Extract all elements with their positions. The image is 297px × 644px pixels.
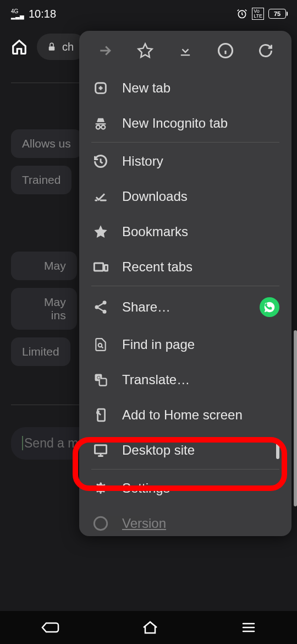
menu-label: Add to Home screen (122, 407, 243, 423)
home-button[interactable] (8, 39, 30, 55)
svg-point-9 (95, 305, 99, 309)
translate-icon: G (91, 372, 110, 388)
menu-label: History (122, 154, 163, 169)
menu-downloads[interactable]: Downloads (87, 179, 284, 214)
url-text: ch (62, 41, 74, 53)
menu-label: Bookmarks (122, 224, 188, 239)
menu-recent-tabs[interactable]: Recent tabs (87, 249, 284, 285)
add-to-home-icon (91, 408, 110, 422)
svg-point-4 (96, 125, 100, 129)
scrollbar[interactable] (294, 330, 297, 506)
suggestion-pill[interactable]: May ins (11, 288, 77, 330)
nav-home-button[interactable] (141, 620, 159, 635)
nav-back-button[interactable] (41, 620, 59, 635)
svg-text:G: G (97, 375, 101, 380)
incognito-icon (91, 116, 110, 131)
find-icon (91, 337, 110, 352)
help-icon (91, 516, 110, 531)
menu-label: Desktop site (122, 443, 195, 458)
menu-label: Recent tabs (122, 259, 193, 275)
history-icon (91, 154, 110, 169)
bookmark-star-button[interactable] (134, 42, 156, 59)
reload-button[interactable] (255, 43, 277, 58)
suggestion-pill[interactable]: Allows us (11, 129, 82, 158)
svg-rect-6 (94, 263, 103, 271)
suggestion-pill[interactable]: Limited (11, 337, 70, 366)
battery-icon: 75 (268, 9, 286, 19)
download-button[interactable] (174, 43, 196, 58)
menu-add-to-home[interactable]: Add to Home screen (87, 397, 284, 433)
menu-label: Find in page (122, 337, 195, 352)
volte-icon: VoLTE (252, 8, 264, 20)
menu-settings[interactable]: Settings (87, 471, 284, 506)
whatsapp-icon[interactable] (260, 297, 279, 317)
svg-rect-16 (95, 445, 107, 454)
menu-share[interactable]: Share… (87, 287, 284, 327)
svg-point-17 (94, 517, 107, 530)
menu-desktop-site[interactable]: Desktop site (87, 433, 284, 468)
desktop-icon (91, 443, 110, 458)
android-navbar (0, 611, 297, 644)
menu-label: New tab (122, 80, 170, 96)
status-bar: 4G▂▃▅ 10:18 VoLTE 75 (0, 0, 297, 28)
settings-icon (91, 481, 110, 496)
svg-point-5 (101, 125, 105, 129)
desktop-checkbox[interactable] (276, 443, 279, 458)
suggestion-pill[interactable]: Trained (11, 166, 72, 194)
lock-icon (47, 42, 57, 52)
suggestion-pill[interactable]: May (11, 252, 77, 280)
recent-tabs-icon (91, 259, 110, 275)
menu-translate[interactable]: G Translate… (87, 362, 284, 397)
menu-label: New Incognito tab (122, 116, 228, 131)
svg-rect-7 (105, 265, 108, 271)
bookmarks-icon (91, 224, 110, 239)
svg-point-8 (103, 301, 107, 304)
svg-point-10 (103, 310, 107, 314)
downloads-icon (91, 189, 110, 204)
menu-new-tab[interactable]: New tab (87, 70, 284, 106)
alarm-icon (237, 8, 248, 19)
menu-label: Downloads (122, 189, 188, 204)
network-icon: 4G▂▃▅ (11, 9, 24, 19)
menu-find-in-page[interactable]: Find in page (87, 327, 284, 362)
browser-menu: New tab New Incognito tab History Downlo… (79, 31, 292, 536)
svg-rect-1 (49, 46, 55, 51)
menu-label: Share… (122, 299, 170, 315)
menu-history[interactable]: History (87, 144, 284, 179)
info-button[interactable] (215, 42, 237, 59)
share-icon (91, 299, 110, 315)
menu-help[interactable]: Version (87, 506, 284, 533)
menu-incognito[interactable]: New Incognito tab (87, 106, 284, 141)
nav-recent-button[interactable] (241, 621, 256, 634)
svg-point-11 (98, 343, 102, 347)
menu-bookmarks[interactable]: Bookmarks (87, 214, 284, 249)
menu-label: Version (122, 516, 166, 531)
forward-button[interactable] (94, 42, 116, 59)
menu-label: Settings (122, 481, 170, 496)
status-time: 10:18 (29, 8, 56, 20)
menu-label: Translate… (122, 372, 190, 388)
new-tab-icon (91, 80, 110, 96)
